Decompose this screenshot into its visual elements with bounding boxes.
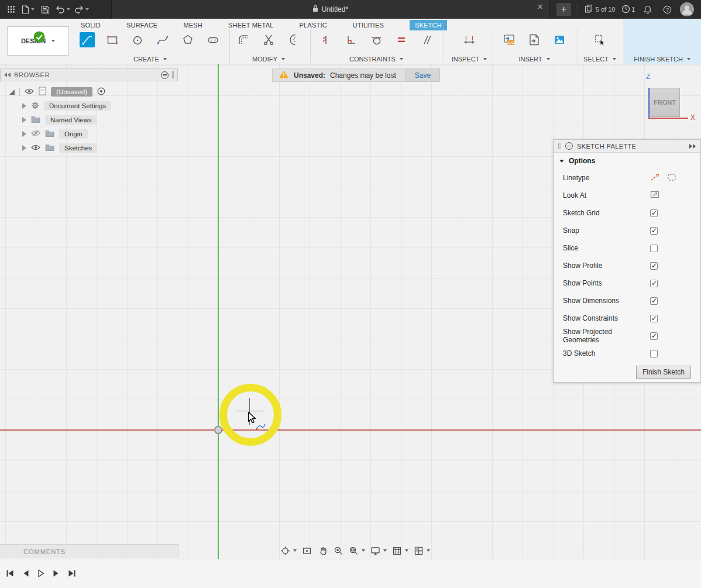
- finish-sketch-dropdown[interactable]: FINISH SKETCH: [623, 54, 701, 64]
- expand-arrow-icon[interactable]: [22, 117, 26, 123]
- insert-mesh-button[interactable]: [527, 32, 542, 47]
- tree-item-label[interactable]: Sketches: [59, 143, 97, 153]
- save-button[interactable]: [39, 2, 51, 16]
- grid-and-snaps-button[interactable]: [392, 546, 408, 556]
- undo-button[interactable]: [56, 2, 70, 16]
- inspect-dropdown[interactable]: INSPECT: [447, 54, 492, 64]
- orbit-button[interactable]: [280, 546, 297, 556]
- notifications-bell-icon[interactable]: [641, 2, 654, 16]
- tab-sheet-metal[interactable]: SHEET METAL: [228, 22, 274, 29]
- 3d-sketch-checkbox[interactable]: [650, 350, 658, 357]
- new-tab-button[interactable]: +: [556, 3, 571, 16]
- finish-sketch-palette-button[interactable]: Finish Sketch: [636, 366, 691, 379]
- palette-drag-handle[interactable]: [558, 143, 561, 149]
- browser-row-sketches[interactable]: Sketches: [0, 141, 178, 155]
- tab-mesh[interactable]: MESH: [183, 22, 202, 29]
- canvas-insert-button[interactable]: [552, 32, 567, 47]
- tree-item-label[interactable]: Origin: [59, 129, 88, 139]
- show-constraints-checkbox[interactable]: [650, 315, 658, 322]
- modify-dropdown[interactable]: MODIFY: [236, 54, 301, 64]
- tangent-constraint-button[interactable]: [369, 32, 384, 47]
- tree-item-label[interactable]: Named Views: [45, 115, 97, 125]
- eye-icon[interactable]: [31, 144, 40, 152]
- tree-item-label[interactable]: Document Settings: [44, 101, 111, 111]
- activate-target-icon[interactable]: [97, 87, 105, 97]
- parallel-constraint-button[interactable]: [419, 32, 434, 47]
- snap-checkbox[interactable]: [650, 227, 658, 235]
- pan-button[interactable]: [317, 546, 328, 556]
- tab-surface[interactable]: SURFACE: [126, 22, 157, 29]
- slice-checkbox[interactable]: [650, 245, 658, 252]
- expand-arrow-icon[interactable]: [22, 131, 26, 137]
- show-projected-geometries-checkbox[interactable]: [650, 332, 658, 340]
- expand-wedge-icon[interactable]: [9, 90, 15, 95]
- panel-resize-handle[interactable]: [172, 71, 174, 78]
- vertical-constraint-button[interactable]: [318, 32, 334, 47]
- centerline-linetype-icon[interactable]: [667, 173, 676, 183]
- eye-off-icon[interactable]: [31, 130, 40, 138]
- viewcube-front-face[interactable]: FRONT: [650, 88, 680, 117]
- circle-tool-button[interactable]: [130, 32, 145, 47]
- go-to-beginning-button[interactable]: [6, 569, 14, 579]
- sketch-palette-header[interactable]: SKETCH PALETTE: [554, 140, 700, 153]
- browser-row-document[interactable]: (Unsaved): [0, 85, 178, 99]
- rectangle-tool-button[interactable]: [105, 32, 120, 47]
- file-menu-button[interactable]: [22, 2, 35, 16]
- look-at-button[interactable]: [302, 546, 312, 556]
- offset-tool-button[interactable]: [286, 32, 301, 47]
- viewports-button[interactable]: [414, 546, 430, 556]
- display-settings-button[interactable]: [370, 546, 387, 556]
- redo-button[interactable]: [74, 2, 89, 16]
- polygon-tool-button[interactable]: [180, 32, 195, 47]
- browser-row-origin[interactable]: Origin: [0, 127, 178, 141]
- slot-tool-button[interactable]: [205, 32, 221, 47]
- equal-constraint-button[interactable]: [394, 32, 409, 47]
- expand-arrow-icon[interactable]: [22, 145, 26, 151]
- origin-point[interactable]: [214, 426, 222, 434]
- step-forward-button[interactable]: [53, 569, 60, 579]
- job-status-button[interactable]: 1: [621, 2, 635, 16]
- spline-tool-button[interactable]: [155, 32, 170, 47]
- expand-arrow-icon[interactable]: [22, 103, 26, 109]
- tab-utilities[interactable]: UTILITIES: [353, 22, 384, 29]
- eye-icon[interactable]: [25, 88, 34, 96]
- create-dropdown[interactable]: CREATE: [80, 54, 221, 64]
- browser-row-document-settings[interactable]: Document Settings: [0, 99, 178, 113]
- construction-linetype-icon[interactable]: [650, 173, 659, 183]
- minimize-palette-icon[interactable]: [565, 142, 573, 150]
- collapse-palette-icon[interactable]: [689, 144, 696, 149]
- perpendicular-constraint-button[interactable]: [343, 32, 359, 47]
- document-tab[interactable]: Untitled* ×: [111, 0, 549, 19]
- finish-sketch-button[interactable]: [33, 30, 46, 45]
- measure-tool-button[interactable]: [462, 32, 477, 47]
- browser-row-named-views[interactable]: Named Views: [0, 113, 178, 127]
- view-cube[interactable]: Z FRONT X: [642, 71, 700, 125]
- fit-button[interactable]: [349, 546, 365, 556]
- look-at-icon[interactable]: [650, 191, 659, 200]
- step-back-button[interactable]: [22, 569, 29, 579]
- tab-sketch[interactable]: SKETCH: [410, 20, 447, 30]
- options-section-header[interactable]: Options: [554, 153, 700, 169]
- show-points-checkbox[interactable]: [650, 280, 658, 287]
- zoom-button[interactable]: [334, 546, 343, 556]
- tab-plastic[interactable]: PLASTIC: [300, 22, 327, 29]
- select-dropdown[interactable]: SELECT: [578, 54, 622, 64]
- trim-tool-button[interactable]: [261, 32, 276, 47]
- sketch-grid-checkbox[interactable]: [650, 209, 658, 217]
- select-tool-button[interactable]: [592, 32, 607, 47]
- tab-solid[interactable]: SOLID: [81, 22, 101, 29]
- line-tool-button[interactable]: [80, 32, 95, 47]
- insert-svg-button[interactable]: SVG: [501, 32, 517, 47]
- minimize-panel-icon[interactable]: [161, 71, 169, 79]
- user-avatar[interactable]: [680, 2, 694, 16]
- save-action-button[interactable]: Save: [406, 68, 440, 82]
- show-profile-checkbox[interactable]: [650, 262, 658, 270]
- help-icon[interactable]: ?: [661, 2, 673, 16]
- go-to-end-button[interactable]: [68, 569, 76, 579]
- browser-panel-header[interactable]: BROWSER: [0, 68, 178, 81]
- editable-documents-count[interactable]: 5 of 10: [585, 5, 616, 14]
- close-tab-icon[interactable]: ×: [537, 2, 542, 12]
- comments-bar[interactable]: COMMENTS: [0, 544, 178, 558]
- document-root-label[interactable]: (Unsaved): [51, 87, 92, 97]
- app-grid-menu-icon[interactable]: [5, 2, 18, 16]
